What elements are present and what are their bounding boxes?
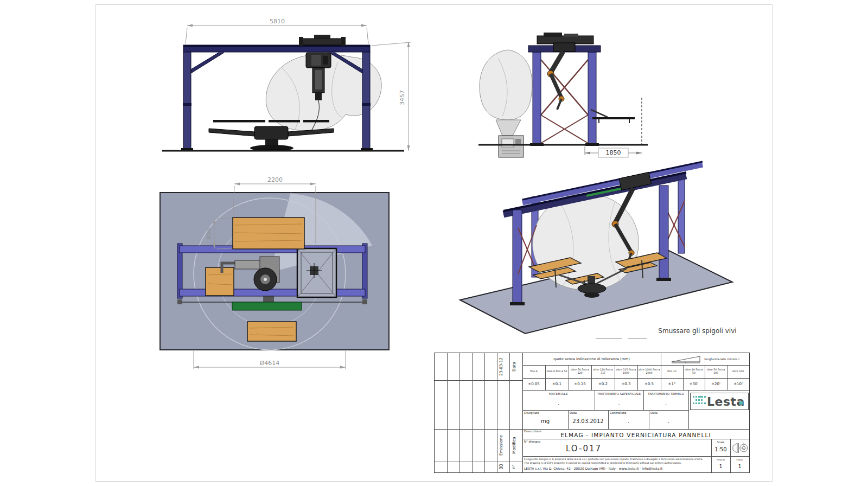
tol-value: ±20' bbox=[705, 378, 727, 390]
dim-plan-width: 2200 bbox=[267, 176, 283, 183]
tol-value: ±0.5 bbox=[637, 378, 661, 390]
tol-header: fino 6 bbox=[522, 365, 545, 378]
scala-label: Scala bbox=[711, 440, 730, 444]
n-disegno-label: N° disegno bbox=[524, 440, 540, 443]
revision-desc: Emissione bbox=[499, 430, 503, 461]
hopper bbox=[496, 120, 521, 136]
drawing-sheet: 5810 3457 bbox=[0, 0, 868, 486]
side-view-drawing: 1850 bbox=[476, 28, 650, 163]
turntable bbox=[578, 284, 606, 293]
scala-value: 1:50 bbox=[711, 444, 730, 454]
tolerance-angle-note: lunghezza lato minore l bbox=[661, 353, 749, 365]
tol-value: ±0.05 bbox=[522, 378, 545, 390]
edge-mark bbox=[628, 338, 647, 339]
tol-value: ±0.2 bbox=[591, 378, 615, 390]
tratt-sup-label: TRATTAMENTO SUPERFICIALE bbox=[595, 391, 643, 397]
side-table bbox=[592, 117, 635, 119]
tratt-term-label: TRATTAMENTO TERMICO bbox=[643, 391, 688, 397]
projection-symbol bbox=[732, 441, 748, 455]
portal-column-right bbox=[588, 52, 596, 144]
work-table bbox=[213, 120, 265, 123]
foglio-label: FOGLIO bbox=[711, 457, 730, 462]
fogli-value: 1 bbox=[730, 462, 749, 471]
tol-value: ±0.1 bbox=[545, 378, 569, 390]
robot-arm bbox=[551, 52, 563, 73]
revision-date: 23-03-12 bbox=[499, 354, 503, 379]
tol-value: ±1° bbox=[661, 378, 683, 390]
revision-date-label: Data bbox=[512, 354, 516, 379]
hoist-trolley bbox=[301, 39, 343, 45]
gantry-column-left bbox=[513, 210, 522, 303]
revision-desc-label: Modifica bbox=[512, 430, 516, 461]
descrizione-value: ELMAG - IMPIANTO VERNICIATURA PANNELLI bbox=[522, 431, 749, 439]
lesta-logo: Lesta bbox=[690, 393, 749, 410]
panel-silhouette bbox=[480, 50, 532, 120]
plan-view-drawing: 2200 800 Ø4614 bbox=[154, 176, 395, 382]
tol-header: oltre 10 fino a 50 bbox=[683, 365, 705, 378]
data2-value: . bbox=[649, 414, 688, 428]
tol-header: oltre 50 fino a 100 bbox=[705, 365, 727, 378]
tol-header: oltre 100 bbox=[727, 365, 749, 378]
tol-header: oltre 120 fino a 315 bbox=[591, 365, 615, 378]
data-value: 23.03.2012 bbox=[568, 414, 608, 428]
dim-plan-diameter: Ø4614 bbox=[260, 360, 280, 367]
dim-front-width: 5810 bbox=[270, 19, 285, 25]
tol-value: ±0.3 bbox=[615, 378, 637, 390]
portal-column-left bbox=[533, 52, 541, 144]
materiale-label: MATERIALE bbox=[522, 391, 595, 397]
disegnato-value: mg bbox=[522, 414, 568, 428]
tratt-sup-value: . bbox=[595, 397, 643, 410]
gantry-column-right bbox=[362, 52, 370, 150]
front-view-drawing: 5810 3457 bbox=[159, 19, 414, 155]
dim-plan-depth: 800 bbox=[206, 228, 213, 240]
tol-value: ±30' bbox=[683, 378, 705, 390]
edge-mark bbox=[596, 338, 622, 339]
tol-header: oltre 315 fino a 1000 bbox=[615, 365, 637, 378]
tratt-term-value: . bbox=[643, 397, 688, 410]
isometric-view-drawing bbox=[452, 160, 739, 342]
controllato-value: . bbox=[608, 414, 649, 428]
disclaimer-it: Il seguente disegno è di proprietà della… bbox=[524, 458, 710, 461]
tolerance-title: quote senza indicazione di tolleranza (m… bbox=[522, 353, 661, 365]
tol-header: oltre 1000 fino a 2000 bbox=[637, 365, 661, 378]
disclaimer-en: This drawing is LESTA's property. It can… bbox=[524, 462, 710, 464]
fogli-label: FOGLI bbox=[730, 457, 749, 462]
tol-header: oltre 50 fino a 120 bbox=[569, 365, 591, 378]
foglio-value: 1 bbox=[711, 462, 730, 471]
n-disegno-value: LO-017 bbox=[543, 442, 624, 456]
tol-value: ±10' bbox=[727, 378, 749, 390]
dim-side-offset: 1850 bbox=[606, 149, 621, 156]
dim-front-height: 3457 bbox=[399, 90, 406, 105]
lesta-logo-text: Lesta bbox=[707, 395, 745, 408]
note-smussare: Smussare gli spigoli vivi bbox=[658, 327, 737, 335]
green-conveyor bbox=[232, 302, 302, 310]
materiale-value: . bbox=[522, 397, 595, 410]
gantry-column-left bbox=[183, 52, 191, 150]
title-block: 23-03-12 Data Emissione Modifica 00 n° q… bbox=[434, 353, 750, 473]
company-address: LESTA s.r.l. Via D. Chiesa, 42 - 20020 D… bbox=[524, 466, 710, 470]
revision-number: 00 bbox=[499, 462, 504, 471]
revision-number-label: n° bbox=[512, 462, 516, 471]
tol-value: ±0.15 bbox=[569, 378, 591, 390]
tol-header: fino 10 bbox=[661, 365, 683, 378]
taper-symbol bbox=[671, 355, 702, 363]
gantry-column-right bbox=[659, 186, 668, 279]
tol-header: oltre 6 fino a 50 bbox=[545, 365, 569, 378]
